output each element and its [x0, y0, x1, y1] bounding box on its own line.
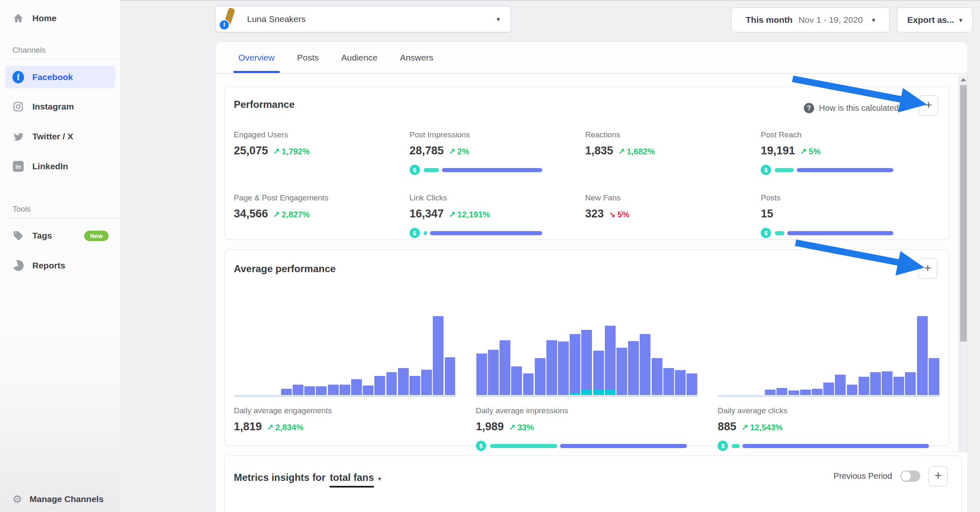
- avg-chart-engagements: Daily average engagements 1,819 ↗ 2,834%: [234, 316, 456, 451]
- chart-baseline: [718, 395, 940, 397]
- tab-audience[interactable]: Audience: [332, 42, 387, 73]
- paid-organic-bar: $: [410, 165, 542, 175]
- avg-chart-clicks: Daily average clicks 885 ↗ 12,543% $: [718, 316, 940, 451]
- toggle-knob: [901, 471, 911, 481]
- page-avatar: f: [221, 10, 240, 29]
- page-selector-dropdown[interactable]: f Luna Sneakers ▾: [215, 6, 511, 32]
- tab-bar: Overview Posts Audience Answers: [216, 42, 968, 74]
- export-label: Export as...: [907, 15, 954, 25]
- facebook-badge-icon: f: [219, 20, 230, 30]
- metrics-insights-card: Metrics insights for total fans ▾ Previo…: [224, 456, 961, 512]
- sidebar-item-label: LinkedIn: [32, 161, 68, 171]
- previous-period-label: Previous Period: [834, 471, 892, 481]
- question-icon: ?: [804, 103, 814, 113]
- sidebar-item-label: Reports: [32, 261, 65, 271]
- metric-delta: ↗ 2%: [449, 146, 469, 156]
- chart-baseline: [234, 395, 456, 397]
- pie-chart-icon: [12, 260, 24, 271]
- vertical-scrollbar: [958, 75, 968, 453]
- sidebar-item-label: Twitter / X: [32, 132, 73, 141]
- average-performance-charts: Daily average engagements 1,819 ↗ 2,834%…: [234, 316, 940, 451]
- facebook-icon: f: [12, 71, 24, 83]
- performance-metrics-grid: Engaged Users 25,075 ↗ 1,792% Post Impre…: [234, 130, 936, 238]
- export-as-button[interactable]: Export as... ▾: [897, 7, 973, 32]
- bar-chart-clicks: [718, 316, 940, 395]
- paid-segment: [732, 444, 740, 448]
- trend-arrow-icon: ↗: [273, 146, 280, 156]
- paid-organic-bar: $: [476, 441, 688, 451]
- metric-selector[interactable]: total fans: [330, 472, 374, 488]
- sidebar: Home Channels f Facebook Instagram Twitt…: [0, 0, 120, 511]
- bar-chart-engagements: [234, 316, 456, 395]
- organic-segment: [430, 231, 542, 235]
- paid-segment: [424, 168, 439, 172]
- performance-title: Performance: [234, 99, 295, 110]
- paid-segment: [424, 231, 427, 235]
- sidebar-item-linkedin[interactable]: in LinkedIn: [5, 156, 115, 177]
- chevron-down-icon: ▾: [959, 16, 963, 24]
- previous-period-toggle[interactable]: [900, 471, 920, 482]
- metric-value: 34,566: [234, 207, 268, 220]
- sidebar-item-twitter[interactable]: Twitter / X: [5, 126, 115, 147]
- sidebar-item-tags[interactable]: Tags New: [5, 225, 115, 246]
- manage-channels-button[interactable]: ⚙ Manage Channels: [12, 494, 104, 505]
- metric-value: 323: [585, 207, 604, 220]
- sidebar-item-label: Facebook: [32, 72, 73, 82]
- metric-value: 1,989: [476, 420, 504, 433]
- paid-organic-bar: $: [718, 441, 930, 451]
- manage-channels-label: Manage Channels: [29, 494, 104, 504]
- paid-dollar-icon: $: [410, 228, 420, 238]
- metric-delta: ↗ 12,543%: [741, 422, 783, 432]
- tab-posts[interactable]: Posts: [288, 42, 328, 73]
- scrollbar-thumb[interactable]: [960, 85, 967, 341]
- sidebar-item-facebook[interactable]: f Facebook: [5, 66, 115, 88]
- metric-engaged-users: Engaged Users 25,075 ↗ 1,792%: [234, 130, 410, 175]
- chevron-down-icon: ▾: [872, 16, 875, 24]
- avg-chart-impressions: Daily average impressions 1,989 ↗ 33% $: [476, 316, 698, 451]
- add-performance-widget-button[interactable]: +: [919, 95, 938, 116]
- paid-organic-bar: $: [761, 165, 893, 175]
- sidebar-item-reports[interactable]: Reports: [5, 255, 115, 276]
- trend-arrow-icon: ↗: [449, 210, 456, 219]
- new-badge: New: [84, 231, 109, 241]
- tab-answers[interactable]: Answers: [391, 42, 443, 73]
- metric-post-impressions: Post Impressions 28,785 ↗ 2% $: [410, 130, 585, 175]
- gear-icon: ⚙: [12, 494, 22, 505]
- performance-card: Performance ? How is this calculated? + …: [224, 87, 949, 240]
- organic-segment: [787, 231, 893, 235]
- metric-delta: ↗ 1,792%: [273, 146, 310, 156]
- trend-arrow-icon: ↗: [800, 146, 807, 156]
- add-average-performance-widget-button[interactable]: +: [918, 258, 937, 279]
- window-top-divider: [0, 0, 980, 1]
- metric-value: 19,191: [761, 144, 795, 157]
- trend-arrow-icon: ↗: [273, 210, 280, 219]
- tab-overview[interactable]: Overview: [229, 42, 284, 73]
- trend-arrow-icon: ↘: [609, 210, 616, 219]
- metric-delta: ↗ 12,191%: [449, 210, 490, 219]
- metric-new-fans: New Fans 323 ↘ 5%: [585, 193, 761, 238]
- chevron-down-icon: ▾: [378, 475, 381, 483]
- sidebar-item-home[interactable]: Home: [5, 7, 115, 29]
- chart-baseline: [476, 395, 698, 397]
- chevron-down-icon: ▾: [497, 15, 500, 23]
- metric-delta: ↘ 5%: [609, 210, 630, 219]
- sidebar-section-tools: Tools: [12, 205, 120, 214]
- how-is-this-calculated-link[interactable]: ? How is this calculated?: [804, 103, 903, 113]
- metric-reactions: Reactions 1,835 ↗ 1,682%: [585, 130, 761, 175]
- trend-arrow-icon: ↗: [509, 422, 516, 432]
- paid-dollar-icon: $: [761, 228, 771, 238]
- sidebar-item-instagram[interactable]: Instagram: [5, 96, 115, 117]
- metric-value: 28,785: [410, 144, 444, 157]
- sidebar-item-label: Instagram: [32, 102, 74, 112]
- sidebar-item-label: Home: [32, 13, 56, 23]
- trend-arrow-icon: ↗: [449, 146, 456, 156]
- date-range-dropdown[interactable]: This month Nov 1 - 19, 2020 ▾: [731, 7, 890, 32]
- scroll-up-button[interactable]: [959, 75, 968, 84]
- trend-arrow-icon: ↗: [267, 422, 274, 432]
- paid-segment: [490, 444, 558, 448]
- sidebar-divider: [5, 59, 120, 59]
- add-insights-widget-button[interactable]: +: [929, 466, 948, 486]
- trend-arrow-icon: ↗: [618, 146, 625, 156]
- metric-value: 885: [718, 420, 736, 433]
- paid-organic-bar: $: [410, 228, 542, 238]
